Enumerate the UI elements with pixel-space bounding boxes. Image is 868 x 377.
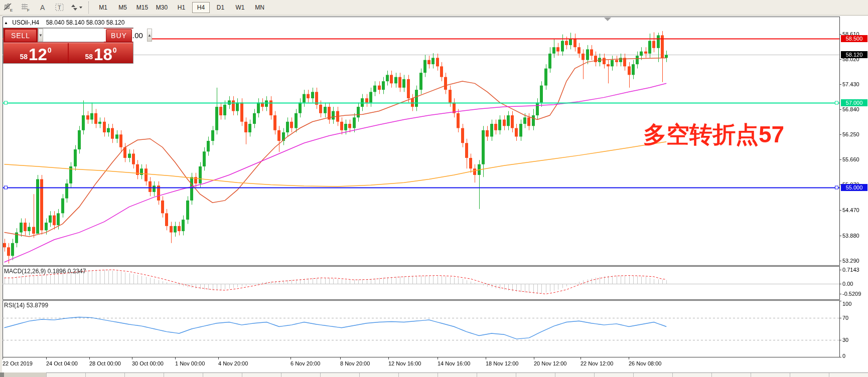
text-label-icon[interactable]: A — [35, 2, 50, 14]
timeframe-button-M1[interactable]: M1 — [94, 2, 112, 13]
timeframe-button-M15[interactable]: M15 — [133, 2, 151, 13]
macd-axis-tick: 0.7143 — [842, 267, 859, 273]
price-axis-tick: 54.470 — [842, 207, 859, 213]
one-click-trade-panel: SELL ▼ ▲ BUY 58 12 0 58 18 0 — [3, 28, 133, 64]
sell-button[interactable]: SELL — [5, 29, 37, 42]
bottom-scrollbar[interactable] — [0, 372, 868, 377]
sell-price-pip: 0 — [48, 46, 52, 54]
date-axis-label: 1 Nov 00:00 — [175, 360, 205, 366]
timeframe-button-D1[interactable]: D1 — [212, 2, 229, 13]
date-axis-label: 12 Nov 16:00 — [388, 360, 421, 366]
date-axis-label: 22 Nov 12:00 — [581, 360, 613, 366]
price-axis-tick: 55.660 — [842, 156, 859, 162]
svg-text:T: T — [58, 5, 61, 11]
buy-price-display[interactable]: 58 18 0 — [69, 43, 133, 63]
scrollbar-track[interactable] — [46, 372, 868, 377]
text-box-icon[interactable]: T — [52, 2, 67, 14]
rsi-axis-tick: 0 — [842, 353, 845, 359]
collapse-arrow-icon[interactable]: ▲ — [4, 21, 8, 25]
rsi-label: RSI(14) 53.8799 — [4, 302, 48, 309]
macd-axis-tick: 0.00 — [842, 281, 853, 287]
date-axis-label: 30 Oct 00:00 — [132, 360, 164, 366]
timeframe-button-M5[interactable]: M5 — [114, 2, 131, 13]
timeframe-button-MN[interactable]: MN — [251, 2, 268, 13]
price-badge-55.000: 55.000 — [841, 184, 867, 191]
timeframe-button-H4[interactable]: H4 — [192, 2, 210, 13]
svg-text:A: A — [40, 4, 45, 12]
buy-price-prefix: 58 — [85, 53, 93, 60]
price-axis-tick: 53.290 — [842, 258, 859, 264]
chart-title: ▲ USOil-,H4 58.040 58.140 58.030 58.120 — [4, 19, 124, 26]
date-axis-label: 8 Nov 20:00 — [340, 360, 370, 366]
scrollbar-corner — [0, 372, 4, 377]
svg-text:F: F — [27, 8, 30, 12]
price-badge-58.120: 58.120 — [841, 51, 867, 58]
macd-signal-value: 0.2347 — [68, 268, 86, 275]
price-axis-tick: 57.430 — [842, 81, 859, 87]
toolbar: E F A T — [0, 0, 868, 16]
timeframe-buttons: M1M5M15M30H1H4D1W1MN — [93, 2, 269, 13]
timeframe-button-W1[interactable]: W1 — [231, 2, 249, 13]
trading-terminal: E F A T — [0, 0, 868, 377]
sell-price-display[interactable]: 58 12 0 — [4, 43, 68, 63]
trade-panel-top-row: SELL ▼ ▲ BUY — [4, 28, 133, 43]
macd-axis-tick: -0.5209 — [842, 291, 861, 297]
date-axis-label: 20 Nov 12:00 — [534, 360, 566, 366]
grid-properties-icon[interactable]: F — [18, 2, 33, 14]
volume-spinner: ▼ ▲ — [38, 28, 104, 42]
price-badge-57.000: 57.000 — [841, 99, 867, 106]
date-axis-label: 22 Oct 2019 — [3, 360, 33, 366]
rsi-axis-tick: 70 — [842, 315, 848, 321]
macd-label: MACD(12,26,9) 0.1896 0.2347 — [4, 268, 86, 275]
price-axis-tick: 56.250 — [842, 131, 859, 137]
rsi-value: 53.8799 — [27, 302, 48, 309]
buy-price-pip: 0 — [113, 46, 117, 54]
rsi-axis-tick: 30 — [842, 337, 848, 343]
date-axis-label: 4 Nov 20:00 — [218, 360, 248, 366]
price-axis-tick: 53.880 — [842, 233, 859, 239]
date-axis-label: 24 Oct 04:00 — [46, 360, 78, 366]
timeframe-button-H1[interactable]: H1 — [173, 2, 190, 13]
timeframe-button-M30[interactable]: M30 — [153, 2, 171, 13]
buy-price-digits: 18 — [94, 48, 112, 61]
chart-annotation-text: 多空转折点57 — [643, 119, 784, 150]
rsi-axis-tick: 100 — [842, 301, 851, 307]
date-axis-label: 28 Oct 00:00 — [89, 360, 121, 366]
macd-main-value: 0.1896 — [48, 268, 66, 275]
ohlc-values: 58.040 58.140 58.030 58.120 — [46, 19, 125, 26]
toolbar-separator — [88, 2, 89, 14]
trade-panel-price-row: 58 12 0 58 18 0 — [4, 43, 133, 63]
price-badge-58.500: 58.500 — [841, 35, 867, 42]
date-axis-label: 26 Nov 08:00 — [629, 360, 661, 366]
volume-increase-button[interactable]: ▲ — [147, 29, 152, 42]
arrows-objects-icon[interactable] — [69, 2, 84, 14]
sell-price-digits: 12 — [29, 48, 47, 61]
date-axis-label: 18 Nov 12:00 — [486, 360, 518, 366]
volume-decrease-button[interactable]: ▼ — [38, 29, 43, 42]
date-axis-label: 6 Nov 20:00 — [291, 360, 320, 366]
price-axis-tick: 56.840 — [842, 106, 859, 112]
buy-button[interactable]: BUY — [106, 29, 132, 42]
svg-text:E: E — [10, 8, 13, 12]
sell-price-prefix: 58 — [20, 53, 28, 60]
symbol-label: USOil-,H4 — [12, 19, 39, 26]
indicators-icon[interactable]: E — [1, 2, 16, 14]
date-axis-label: 14 Nov 16:00 — [438, 360, 470, 366]
